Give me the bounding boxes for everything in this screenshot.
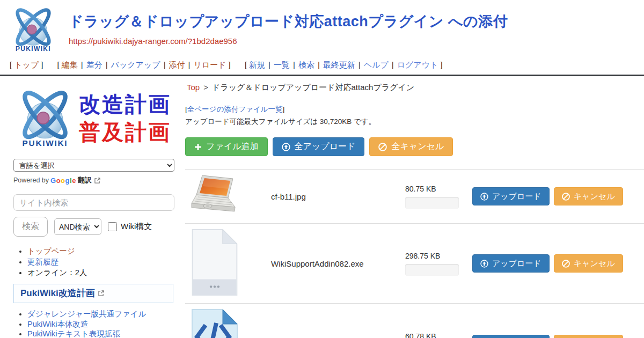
google-translate-attribution: Powered by Google 翻訳 — [13, 175, 177, 185]
table-row: cf-b11.jpg 80.75 KB アップロード キャンセル — [185, 170, 644, 224]
site-title-link[interactable]: PukiWiki改造計画 — [20, 288, 95, 298]
nav-diff[interactable]: 差分 — [86, 60, 103, 69]
attach-list-line: [全ページの添付ファイル一覧] — [185, 105, 644, 114]
pukiwiki-atom-logo[interactable]: PUKIWIKI — [9, 4, 58, 57]
cancel-button[interactable]: キャンセル — [554, 254, 623, 273]
translate-link[interactable]: 翻訳 — [78, 175, 92, 185]
list-item: ダジャレンジャー版共通ファイル — [27, 310, 177, 318]
sidebar-link-common-files[interactable]: ダジャレンジャー版共通ファイル — [27, 310, 146, 318]
atom-icon: PUKIWIKI — [9, 4, 58, 55]
sidebar-logo-slogan: 改造計画 普及計画 — [79, 90, 171, 146]
sidebar: PUKIWIKI 改造計画 普及計画 言語を選択 Powered by Goog… — [13, 76, 177, 338]
online-users-count: オンライン：2人 — [27, 268, 177, 277]
logo-wordmark: PUKIWIKI — [16, 45, 51, 53]
html-code-file-icon — [191, 308, 239, 338]
breadcrumb-home-link[interactable]: Top — [187, 83, 200, 92]
upload-button[interactable]: アップロード — [472, 254, 550, 273]
page-permalink-url[interactable]: https://pukiwiki.dajya-ranger.com/?1bd2d… — [69, 36, 508, 46]
upload-progress-bar — [405, 264, 459, 276]
search-controls: 検索 AND検索 Wiki構文 — [13, 217, 177, 237]
upload-circle-icon — [282, 143, 290, 151]
upload-circle-icon — [480, 193, 488, 201]
ban-icon — [562, 193, 570, 201]
upload-button[interactable]: アップロード — [472, 335, 550, 338]
slogan-line-2: 普及計画 — [79, 118, 171, 146]
list-item: PukiWikiテキスト表現拡張 — [27, 329, 177, 338]
nav-attach[interactable]: 添付 — [169, 60, 185, 69]
add-files-button[interactable]: ファイル追加 — [185, 137, 268, 156]
generic-file-icon — [191, 228, 239, 297]
nav-edit[interactable]: 編集 — [62, 60, 78, 69]
header-text: ドラッグ＆ドロップアップロード対応attachプラグイン への添付 https:… — [69, 4, 508, 57]
sidebar-link-update-history[interactable]: 更新履歴 — [27, 258, 58, 266]
sidebar-quick-links: トップページ 更新履歴 オンライン：2人 — [13, 247, 177, 277]
file-size: 60.78 KB — [405, 332, 470, 338]
nav-group-page: [編集|差分|バックアップ|添付|リロード] — [55, 60, 233, 69]
file-thumbnail-cell — [185, 308, 271, 338]
list-item: PukiWiki本体改造 — [27, 320, 177, 328]
list-item: トップページ — [27, 247, 177, 256]
wiki-syntax-option: Wiki構文 — [108, 222, 152, 232]
content: PUKIWIKI 改造計画 普及計画 言語を選択 Powered by Goog… — [0, 76, 644, 338]
plus-icon — [194, 143, 202, 151]
nav-list[interactable]: 一覧 — [274, 60, 290, 69]
wiki-syntax-label: Wiki構文 — [121, 222, 152, 232]
breadcrumb-current-page: ドラッグ＆ドロップアップロード対応attachプラグイン — [212, 83, 414, 92]
sidebar-link-top-page[interactable]: トップページ — [27, 247, 75, 255]
cancel-button[interactable]: キャンセル — [554, 335, 623, 338]
upload-file-table: cf-b11.jpg 80.75 KB アップロード キャンセル — [185, 169, 644, 338]
toolbar-nav: [トップ] [編集|差分|バックアップ|添付|リロード] [新規|一覧|検索|最… — [0, 57, 644, 76]
nav-group-top: [トップ] — [8, 60, 45, 69]
file-name: WikiSupportAddin082.exe — [271, 259, 405, 268]
external-link-icon — [98, 290, 104, 296]
nav-backup[interactable]: バックアップ — [111, 60, 160, 69]
search-mode-select[interactable]: AND検索 — [54, 218, 101, 235]
nav-search[interactable]: 検索 — [298, 60, 314, 69]
file-size-cell: 60.78 KB — [405, 332, 470, 338]
main-panel: Top>ドラッグ＆ドロップアップロード対応attachプラグイン [全ページの添… — [185, 76, 644, 338]
file-thumbnail-cell — [185, 228, 271, 299]
nav-new[interactable]: 新規 — [249, 60, 265, 69]
file-actions: アップロード キャンセル — [472, 335, 623, 338]
upload-button[interactable]: アップロード — [472, 187, 550, 205]
file-size-cell: 80.75 KB — [405, 185, 470, 209]
all-pages-attachments-link[interactable]: 全ページの添付ファイル一覧 — [187, 105, 283, 113]
atom-icon: PUKIWIKI — [13, 85, 77, 151]
header: PUKIWIKI ドラッグ＆ドロップアップロード対応attachプラグイン への… — [0, 0, 644, 57]
search-button[interactable]: 検索 — [13, 217, 48, 237]
file-size: 80.75 KB — [405, 185, 470, 193]
nav-reload[interactable]: リロード — [193, 60, 226, 69]
wiki-syntax-checkbox[interactable] — [108, 222, 117, 231]
file-size: 298.75 KB — [405, 252, 470, 260]
file-size-cell: 298.75 KB — [405, 252, 470, 276]
nav-group-site: [新規|一覧|検索|最終更新|ヘルプ|ログアウト] — [243, 60, 445, 69]
file-actions: アップロード キャンセル — [472, 254, 623, 273]
upload-all-button[interactable]: 全アップロード — [273, 137, 365, 156]
ban-icon — [378, 143, 387, 151]
site-search-input[interactable] — [13, 194, 174, 211]
nav-logout[interactable]: ログアウト — [397, 60, 438, 69]
sidebar-link-core-mod[interactable]: PukiWiki本体改造 — [27, 320, 89, 328]
cancel-all-button[interactable]: 全キャンセル — [369, 137, 453, 156]
cancel-button[interactable]: キャンセル — [554, 187, 623, 205]
laptop-photo-thumbnail — [191, 174, 241, 217]
file-thumbnail-cell — [185, 174, 271, 219]
sidebar-site-logo[interactable]: PUKIWIKI 改造計画 普及計画 — [13, 85, 177, 151]
file-actions: アップロード キャンセル — [472, 187, 623, 205]
upload-action-bar: ファイル追加 全アップロード 全キャンセル — [185, 137, 644, 156]
google-logo: Google — [50, 177, 76, 185]
ban-icon — [562, 260, 570, 268]
nav-top[interactable]: トップ — [14, 60, 39, 69]
slogan-line-1: 改造計画 — [79, 90, 171, 118]
upload-circle-icon — [480, 260, 488, 268]
language-select[interactable]: 言語を選択 — [13, 159, 174, 172]
breadcrumb: Top>ドラッグ＆ドロップアップロード対応attachプラグイン — [187, 83, 644, 93]
nav-help[interactable]: ヘルプ — [364, 60, 389, 69]
powered-by-label: Powered by — [13, 177, 49, 184]
nav-recent[interactable]: 最終更新 — [323, 60, 355, 69]
max-upload-size-text: アップロード可能最大ファイルサイズは 30,720KB です。 — [185, 117, 644, 127]
site-title-box: PukiWiki改造計画 — [13, 284, 173, 303]
external-link-icon — [94, 178, 100, 183]
sidebar-link-text-ext[interactable]: PukiWikiテキスト表現拡張 — [27, 329, 120, 338]
table-row: WikiSupportAddin082.exe 298.75 KB アップロード… — [185, 224, 644, 304]
